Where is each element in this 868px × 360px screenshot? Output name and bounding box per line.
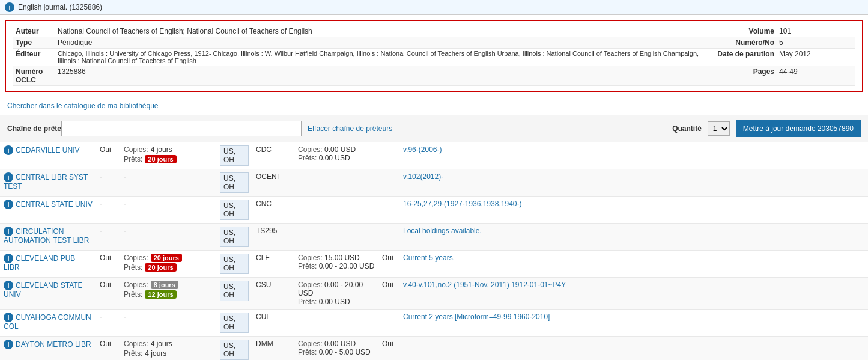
lib-link[interactable]: CENTRAL LIBR SYST TEST [4, 173, 88, 191]
date-value: May 2012 [777, 49, 855, 66]
oclc-label: Numéro OCLC [13, 66, 55, 86]
holdings-cell: Current 2 years [Microform=49-99 1960-20… [399, 310, 868, 337]
volume-value: 101 [777, 26, 855, 37]
holdings-cell: v.96-(2006-) [399, 142, 868, 169]
code-cell: CNC [252, 197, 294, 224]
cost-cell: Copies: 15.00 USDPrêts: 0.00 - 20.00 USD [294, 251, 378, 278]
row-info-icon[interactable]: i [4, 281, 13, 290]
lib-link[interactable]: CLEVELAND STATE UNIV [4, 281, 83, 299]
holdings-cell: Local holdings available. [399, 224, 868, 251]
catalog-link[interactable]: Chercher dans le catalogue de ma bibliot… [7, 102, 159, 110]
holdings-cell: v.102(2012)- [399, 169, 868, 197]
code-cell: CSU [252, 278, 294, 310]
row-info-icon[interactable]: i [4, 313, 13, 322]
days-cell: - [120, 169, 216, 197]
clear-chain-link[interactable]: Effacer chaîne de prêteurs [308, 124, 392, 133]
days-cell: - [120, 224, 216, 251]
holdings-link2[interactable]: 1912-01-01~P4Y [511, 281, 566, 289]
qty-select[interactable]: 1 2 3 [708, 121, 730, 136]
location-cell: US, OH [216, 278, 252, 310]
lenders-table: iCEDARVILLE UNIVOuiCopies: 4 joursPrêts:… [0, 142, 868, 360]
code-cell: CLE [252, 251, 294, 278]
cost-cell: Copies: 0.00 - 20.00 USDPrêts: 0.00 USD [294, 278, 378, 310]
info-icon: i [5, 2, 14, 12]
days-cell: Copies: 4 joursPrêts: 20 jours [120, 142, 216, 169]
lib-name-cell: iCENTRAL LIBR SYST TEST [0, 169, 96, 197]
lib-link[interactable]: CUYAHOGA COMMUN COL [4, 313, 91, 331]
auteur-value: National Council of Teachers of English;… [55, 26, 705, 37]
catalog-link-container: Chercher dans le catalogue de ma bibliot… [0, 97, 868, 115]
oui-cell: - [96, 197, 120, 224]
oui2-cell: Oui [378, 337, 399, 361]
lib-name-cell: iCLEVELAND PUB LIBR [0, 251, 96, 278]
title-bar: i English journal. (1325886) [0, 0, 868, 15]
numero-value: 5 [777, 37, 855, 49]
oui-cell: Oui [96, 251, 120, 278]
holdings-link[interactable]: Current 5 years. [403, 254, 455, 262]
lib-name-cell: iCEDARVILLE UNIV [0, 142, 96, 169]
holdings-cell: v.40-v.101,no.2 (1951-Nov. 2011) 1912-01… [399, 278, 868, 310]
oui-cell: Oui [96, 142, 120, 169]
location-cell: US, OH [216, 337, 252, 361]
days-cell: Copies: 4 joursPrêts: 4 jours [120, 337, 216, 361]
editeur-label: Éditeur [13, 49, 55, 66]
row-info-icon[interactable]: i [4, 340, 13, 349]
row-info-icon[interactable]: i [4, 145, 13, 155]
oui-cell: - [96, 224, 120, 251]
filter-bar: Chaîne de prêteurs Effacer chaîne de prê… [0, 115, 868, 142]
cost-cell: Copies: 0.00 USDPrêts: 0.00 - 5.00 USD [294, 337, 378, 361]
cost-cell [294, 224, 378, 251]
holdings-link[interactable]: v.96-(2006-) [403, 145, 442, 154]
oui2-cell [378, 197, 399, 224]
lib-name-cell: iDAYTON METRO LIBR [0, 337, 96, 361]
location-cell: US, OH [216, 169, 252, 197]
lib-name-cell: iCUYAHOGA COMMUN COL [0, 310, 96, 337]
lib-link[interactable]: CLEVELAND PUB LIBR [4, 254, 75, 272]
editeur-value: Chicago, Illinois : University of Chicag… [55, 49, 705, 66]
oui2-cell [378, 169, 399, 197]
location-cell: US, OH [216, 224, 252, 251]
holdings-link1[interactable]: v.40-v.101,no.2 (1951-Nov. 2011) [403, 281, 509, 289]
code-cell: OCENT [252, 169, 294, 197]
pages-value: 44-49 [777, 66, 855, 86]
oui-cell: - [96, 310, 120, 337]
update-button[interactable]: Mettre à jour demande 203057890 [736, 120, 861, 137]
holdings-link[interactable]: 16-25,27,29-(1927-1936,1938,1940-) [403, 200, 521, 208]
cost-cell: Copies: 0.00 USDPrêts: 0.00 USD [294, 142, 378, 169]
lib-link[interactable]: CEDARVILLE UNIV [16, 146, 79, 154]
oui2-cell: Oui [378, 251, 399, 278]
chain-label: Chaîne de prêteurs [7, 124, 55, 133]
holdings-link[interactable]: Current 2 years [Microform=49-99 1960-20… [403, 313, 550, 321]
holdings-cell [399, 337, 868, 361]
cost-cell [294, 169, 378, 197]
title-text: English journal. (1325886) [18, 3, 102, 11]
row-info-icon[interactable]: i [4, 200, 13, 209]
code-cell: CDC [252, 142, 294, 169]
days-cell: - [120, 310, 216, 337]
row-info-icon[interactable]: i [4, 227, 13, 236]
type-value: Périodique [55, 37, 705, 49]
days-cell: - [120, 197, 216, 224]
lib-link[interactable]: CENTRAL STATE UNIV [16, 200, 93, 209]
row-info-icon[interactable]: i [4, 172, 13, 182]
lib-name-cell: iCENTRAL STATE UNIV [0, 197, 96, 224]
chain-input[interactable] [61, 121, 302, 136]
qty-label: Quantité [672, 124, 702, 133]
lib-link[interactable]: DAYTON METRO LIBR [16, 340, 91, 349]
metadata-box: Auteur National Council of Teachers of E… [5, 20, 863, 92]
lib-name-cell: iCIRCULATION AUTOMATION TEST LIBR [0, 224, 96, 251]
pages-label: Pages [705, 66, 777, 86]
code-cell: TS295 [252, 224, 294, 251]
oclc-value: 1325886 [55, 66, 705, 86]
row-info-icon[interactable]: i [4, 254, 13, 263]
code-cell: CUL [252, 310, 294, 337]
holdings-link[interactable]: v.102(2012)- [403, 172, 443, 181]
oui2-cell [378, 310, 399, 337]
days-cell: Copies: 20 joursPrêts: 20 jours [120, 251, 216, 278]
oui2-cell [378, 142, 399, 169]
type-label: Type [13, 37, 55, 49]
lib-link[interactable]: CIRCULATION AUTOMATION TEST LIBR [4, 227, 89, 245]
holdings-link[interactable]: Local holdings available. [403, 227, 482, 235]
code-cell: DMM [252, 337, 294, 361]
numero-label: Numéro/No [705, 37, 777, 49]
